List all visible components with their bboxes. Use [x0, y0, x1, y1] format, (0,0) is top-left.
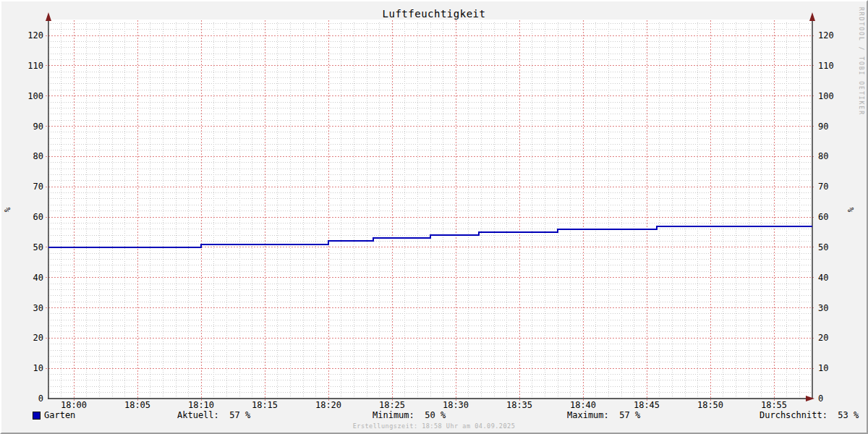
- y-tick-label-right: 100: [818, 91, 847, 101]
- x-tick-label: 18:10: [179, 400, 223, 410]
- y-tick-label-right: 50: [818, 242, 847, 252]
- y-tick-label-left: 70: [14, 182, 43, 192]
- y-tick-label-right: 120: [818, 30, 847, 41]
- y-tick-label-left: 30: [14, 303, 43, 313]
- x-tick-label: 18:55: [752, 400, 796, 410]
- stat-minimum: Minimum: 50 %: [373, 410, 446, 421]
- stat-aktuell: Aktuell: 57 %: [177, 410, 250, 421]
- y-tick-label-left: 80: [14, 151, 43, 161]
- y-axis-unit-right: %: [847, 208, 856, 213]
- rrdtool-graph: Luftfeuchtigkeit 00101020203030404050506…: [0, 0, 868, 434]
- legend-series-label: Garten: [44, 410, 75, 421]
- humidity-chart: [1, 1, 867, 433]
- y-tick-label-left: 90: [14, 122, 43, 132]
- y-tick-label-left: 60: [14, 212, 43, 222]
- y-tick-label-left: 50: [14, 242, 43, 252]
- x-tick-label: 18:35: [498, 400, 541, 410]
- x-tick-label: 18:40: [561, 400, 605, 410]
- x-tick-label: 18:20: [307, 400, 350, 410]
- x-tick-label: 18:05: [116, 400, 159, 410]
- y-tick-label-right: 0: [818, 393, 847, 404]
- y-tick-label-left: 20: [14, 333, 43, 343]
- rrdtool-watermark: RRDTOOL / TOBI OETIKER: [858, 7, 864, 116]
- y-tick-label-left: 120: [14, 30, 43, 41]
- y-tick-label-right: 90: [818, 122, 847, 132]
- y-axis-unit-left: %: [4, 208, 12, 213]
- y-tick-label-right: 110: [818, 61, 847, 71]
- x-tick-label: 18:30: [434, 400, 477, 410]
- y-tick-label-right: 30: [818, 303, 847, 313]
- x-tick-label: 18:50: [689, 400, 732, 410]
- y-tick-label-right: 20: [818, 333, 847, 343]
- y-tick-label-right: 70: [818, 182, 847, 192]
- y-tick-label-right: 40: [818, 273, 847, 283]
- stat-maximum: Maximum: 57 %: [567, 410, 640, 421]
- y-tick-label-left: 110: [14, 61, 43, 71]
- x-tick-label: 18:25: [370, 400, 414, 410]
- x-tick-label: 18:00: [52, 400, 95, 410]
- stat-durchschnitt: Durchschnitt: 53 %: [760, 410, 859, 421]
- y-tick-label-right: 60: [818, 212, 847, 222]
- x-tick-label: 18:15: [243, 400, 286, 410]
- x-tick-label: 18:45: [625, 400, 668, 410]
- creation-timestamp: Erstellungszeit: 18:58 Uhr am 04.09.2025: [1, 422, 867, 430]
- legend-swatch-garten: [33, 412, 41, 420]
- y-tick-label-left: 100: [14, 91, 43, 101]
- y-tick-label-right: 10: [818, 363, 847, 373]
- y-tick-label-left: 40: [14, 273, 43, 283]
- y-tick-label-left: 0: [14, 393, 43, 404]
- y-tick-label-right: 80: [818, 151, 847, 161]
- y-tick-label-left: 10: [14, 363, 43, 373]
